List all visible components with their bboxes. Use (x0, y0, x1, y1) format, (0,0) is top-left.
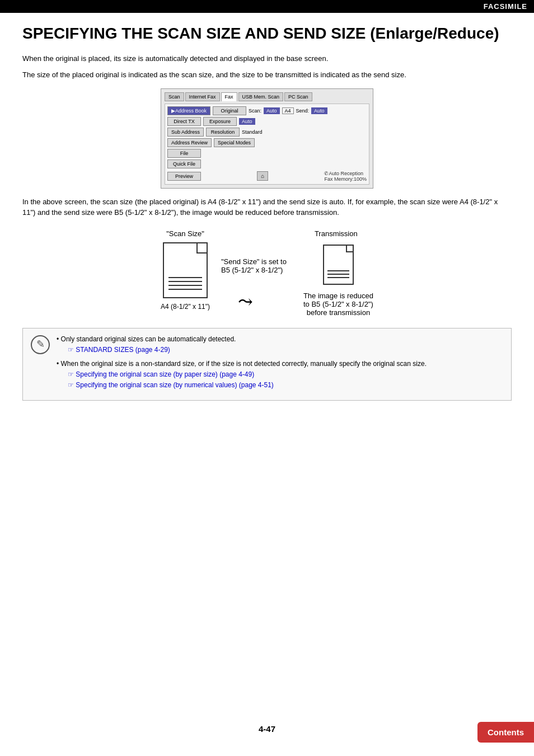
a4-scan-label: A4 (282, 107, 294, 114)
small-doc-lines (327, 270, 349, 280)
resolution-btn: Resolution (206, 128, 240, 137)
machine-row-2: Direct TX Exposure Auto (167, 117, 367, 126)
note-bullet-1: Only standard original sizes can be auto… (57, 334, 503, 355)
send-label: Send: (296, 108, 310, 114)
page-header: FACSIMILE (0, 0, 534, 13)
page-title: SPECIFYING THE SCAN SIZE AND SEND SIZE (… (22, 24, 512, 43)
address-book-btn: ▶Address Book (167, 106, 210, 115)
note-link-standard-sizes[interactable]: STANDARD SIZES (page 4-29) (57, 345, 503, 355)
exposure-btn: Exposure (203, 117, 237, 126)
doc-lines (168, 277, 202, 293)
intro-line2: The size of the placed original is indic… (22, 69, 512, 81)
tab-internet-fax: Internet Fax (185, 92, 220, 101)
machine-row-4: Address Review Special Modes (167, 138, 367, 147)
page-footer: 4-47 (0, 724, 534, 734)
tab-pc-scan: PC Scan (284, 92, 312, 101)
machine-row-1: ▶Address Book Original Scan: Auto A4 Sen… (167, 106, 367, 115)
note-bullet-2: When the original size is a non-standard… (57, 359, 503, 391)
body-text: In the above screen, the scan size (the … (22, 196, 512, 218)
small-doc-icon (323, 245, 354, 285)
machine-footer-row: Preview ⌂ ✆Auto ReceptionFax Memory:100% (167, 171, 367, 182)
quick-file-btn: Quick File (167, 159, 201, 168)
address-review-btn: Address Review (167, 138, 212, 147)
sub-address-btn: Sub Address (167, 128, 204, 137)
machine-icon: ⌂ (257, 171, 268, 181)
large-doc-icon (163, 242, 208, 298)
doc-line-4 (168, 289, 202, 290)
intro-line1: When the original is placed, its size is… (22, 53, 512, 64)
scan-info: Scan: Auto A4 Send: Auto (249, 107, 327, 114)
special-modes-btn: Special Modes (214, 138, 255, 147)
reduced-label: The image is reducedto B5 (5-1/2" x 8-1/… (303, 292, 373, 317)
tab-fax: Fax (221, 92, 237, 101)
resolution-value: Standard (242, 129, 263, 135)
small-doc-line-2 (327, 274, 349, 275)
note-sub-link-numerical-values[interactable]: Specifying the original scan size (by nu… (57, 380, 503, 391)
small-doc-line-1 (327, 270, 349, 271)
scan-size-label: "Scan Size" (166, 229, 204, 238)
doc-line-3 (168, 285, 202, 286)
preview-btn: Preview (167, 172, 201, 181)
main-content: SPECIFYING THE SCAN SIZE AND SEND SIZE (… (0, 13, 534, 445)
doc-corner-fold (196, 243, 207, 253)
note-box: ✎ Only standard original sizes can be au… (22, 328, 512, 401)
auto-send-box: Auto (311, 107, 327, 114)
diagram-section: "Scan Size" A4 (8-1/2" x 11") "Send Size… (22, 229, 512, 317)
doc-line-2 (168, 281, 202, 282)
small-doc-line-3 (327, 277, 349, 278)
note-sub-link-paper-size[interactable]: Specifying the original scan size (by pa… (57, 369, 503, 380)
a4-size-label: A4 (8-1/2" x 11") (161, 303, 210, 311)
file-btn: File (167, 149, 201, 158)
machine-ui-screenshot: Scan Internet Fax Fax USB Mem. Scan PC S… (161, 88, 373, 189)
page-number: 4-47 (259, 724, 275, 734)
tab-scan: Scan (165, 92, 184, 101)
original-btn: Original (213, 106, 246, 115)
small-doc-corner-fold (346, 246, 353, 252)
contents-button[interactable]: Contents (477, 722, 534, 743)
machine-row-6: Quick File (167, 159, 367, 168)
machine-row-3: Sub Address Resolution Standard (167, 128, 367, 137)
transmission-label: Transmission (315, 229, 358, 238)
scan-label: Scan: (249, 108, 261, 114)
transmission-arrow: ⤳ (238, 291, 253, 312)
machine-row-5: File (167, 149, 367, 158)
doc-line-1 (168, 277, 202, 278)
send-size-label: "Send Size" is set toB5 (5-1/2" x 8-1/2"… (221, 257, 287, 274)
direct-tx-btn: Direct TX (167, 117, 201, 126)
diagram-left: "Scan Size" A4 (8-1/2" x 11") (161, 229, 210, 311)
tab-row: Scan Internet Fax Fax USB Mem. Scan PC S… (165, 92, 369, 101)
header-title: FACSIMILE (484, 2, 527, 11)
status-text: ✆Auto ReceptionFax Memory:100% (324, 171, 367, 182)
auto-scan-box: Auto (264, 107, 280, 114)
machine-content-area: ▶Address Book Original Scan: Auto A4 Sen… (165, 104, 369, 185)
exposure-auto-box: Auto (239, 118, 255, 125)
note-icon: ✎ (31, 335, 50, 354)
tab-usb-mem-scan: USB Mem. Scan (238, 92, 284, 101)
